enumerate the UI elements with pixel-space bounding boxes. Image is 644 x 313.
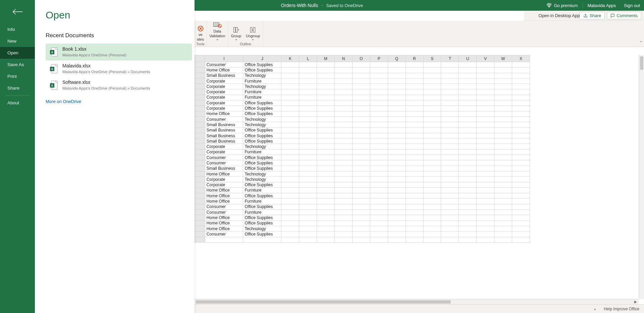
cell[interactable] bbox=[370, 78, 388, 84]
cell[interactable] bbox=[441, 160, 459, 166]
cell[interactable]: Small Business bbox=[205, 133, 243, 138]
cell[interactable] bbox=[370, 144, 388, 149]
cell[interactable] bbox=[512, 139, 530, 144]
cell[interactable] bbox=[335, 84, 353, 89]
cell[interactable] bbox=[512, 100, 530, 106]
cell[interactable] bbox=[335, 78, 353, 84]
column-header[interactable]: T bbox=[441, 55, 459, 62]
cell[interactable] bbox=[317, 127, 335, 133]
cell[interactable] bbox=[512, 144, 530, 149]
cell[interactable] bbox=[388, 133, 406, 138]
row-header[interactable] bbox=[195, 100, 205, 106]
cell[interactable] bbox=[512, 149, 530, 155]
cell[interactable] bbox=[281, 62, 299, 67]
cell[interactable] bbox=[477, 111, 494, 116]
row-header[interactable] bbox=[195, 177, 205, 182]
column-header[interactable]: L bbox=[299, 55, 317, 62]
column-header[interactable]: X bbox=[512, 55, 530, 62]
cell[interactable] bbox=[335, 199, 353, 204]
cell[interactable]: Home Office bbox=[205, 220, 243, 226]
cell[interactable] bbox=[281, 95, 299, 100]
row-header[interactable] bbox=[195, 89, 205, 95]
cell[interactable] bbox=[281, 193, 299, 199]
cell[interactable] bbox=[370, 182, 388, 188]
cell[interactable] bbox=[477, 78, 494, 84]
row-header[interactable] bbox=[195, 122, 205, 127]
cell[interactable] bbox=[512, 210, 530, 215]
cell[interactable] bbox=[459, 193, 477, 199]
cell[interactable]: Small Business bbox=[205, 139, 243, 144]
cell[interactable] bbox=[406, 160, 423, 166]
cell[interactable] bbox=[370, 127, 388, 133]
cell[interactable] bbox=[423, 144, 441, 149]
cell[interactable] bbox=[317, 237, 335, 242]
cell[interactable] bbox=[352, 160, 370, 166]
cell[interactable] bbox=[281, 127, 299, 133]
cell[interactable]: Office Supplies bbox=[243, 155, 281, 160]
cell[interactable] bbox=[477, 144, 494, 149]
cell[interactable] bbox=[281, 106, 299, 111]
cell[interactable] bbox=[477, 171, 494, 176]
cell[interactable] bbox=[370, 237, 388, 242]
cell[interactable] bbox=[406, 215, 423, 220]
cell[interactable]: Furniture bbox=[243, 210, 281, 215]
cell[interactable] bbox=[494, 149, 512, 155]
cell[interactable]: Corporate bbox=[205, 149, 243, 155]
cell[interactable] bbox=[494, 160, 512, 166]
cell[interactable] bbox=[477, 188, 494, 193]
cell[interactable] bbox=[317, 210, 335, 215]
cell[interactable] bbox=[370, 100, 388, 106]
cell[interactable] bbox=[441, 166, 459, 171]
cell[interactable] bbox=[281, 139, 299, 144]
cell[interactable] bbox=[205, 237, 243, 242]
cell[interactable] bbox=[441, 139, 459, 144]
cell[interactable] bbox=[406, 133, 423, 138]
cell[interactable] bbox=[459, 177, 477, 182]
cell[interactable]: Consumer bbox=[205, 116, 243, 122]
data-validation-button[interactable]: Data Validation ▾ bbox=[209, 21, 225, 41]
cell[interactable] bbox=[388, 188, 406, 193]
cell[interactable] bbox=[459, 78, 477, 84]
cell[interactable] bbox=[370, 199, 388, 204]
cell[interactable] bbox=[352, 139, 370, 144]
cell[interactable] bbox=[335, 106, 353, 111]
cell[interactable] bbox=[317, 149, 335, 155]
cell[interactable] bbox=[494, 237, 512, 242]
cell[interactable]: Corporate bbox=[205, 78, 243, 84]
cell[interactable] bbox=[335, 100, 353, 106]
cell[interactable] bbox=[477, 139, 494, 144]
cell[interactable] bbox=[388, 100, 406, 106]
cell[interactable] bbox=[406, 237, 423, 242]
cell[interactable]: Technology bbox=[243, 171, 281, 176]
cell[interactable] bbox=[352, 95, 370, 100]
row-header[interactable] bbox=[195, 127, 205, 133]
cell[interactable]: Corporate bbox=[205, 100, 243, 106]
nav-save-as[interactable]: Save As bbox=[0, 59, 35, 70]
cell[interactable] bbox=[512, 116, 530, 122]
cell[interactable] bbox=[477, 73, 494, 78]
cell[interactable] bbox=[352, 144, 370, 149]
cell[interactable] bbox=[370, 160, 388, 166]
cell[interactable] bbox=[441, 193, 459, 199]
column-header[interactable]: Q bbox=[388, 55, 406, 62]
cell[interactable] bbox=[299, 188, 317, 193]
cell[interactable] bbox=[477, 215, 494, 220]
row-header[interactable] bbox=[195, 215, 205, 220]
cell[interactable] bbox=[317, 111, 335, 116]
recent-document-item[interactable]: X Software.xlsx Malavida Apps's OneDrive… bbox=[46, 77, 192, 94]
cell[interactable] bbox=[352, 166, 370, 171]
cell[interactable] bbox=[406, 111, 423, 116]
cell[interactable] bbox=[317, 166, 335, 171]
cell[interactable]: Furniture bbox=[243, 188, 281, 193]
cell[interactable]: Home Office bbox=[205, 226, 243, 231]
cell[interactable] bbox=[352, 149, 370, 155]
cell[interactable] bbox=[299, 139, 317, 144]
cell[interactable] bbox=[459, 122, 477, 127]
cell[interactable] bbox=[512, 127, 530, 133]
cell[interactable] bbox=[423, 111, 441, 116]
cell[interactable] bbox=[281, 237, 299, 242]
cell[interactable] bbox=[352, 127, 370, 133]
cell[interactable]: Small Business bbox=[205, 73, 243, 78]
cell[interactable] bbox=[406, 84, 423, 89]
cell[interactable]: Office Supplies bbox=[243, 166, 281, 171]
